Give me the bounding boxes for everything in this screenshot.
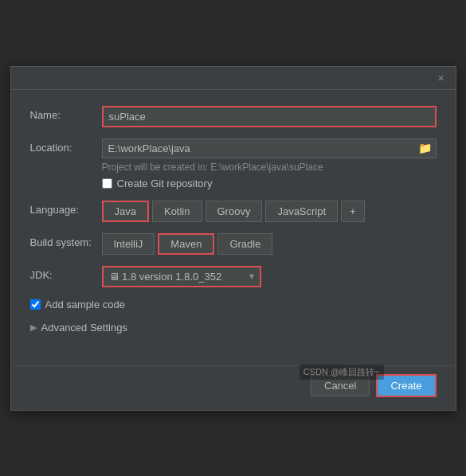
build-system-label: Build system: xyxy=(30,233,102,248)
location-field: 📁 Project will be created in: E:\workPla… xyxy=(102,139,437,189)
jdk-label: JDK: xyxy=(30,266,102,281)
create-button[interactable]: Create xyxy=(376,374,436,397)
location-label: Location: xyxy=(30,139,102,154)
dialog-footer: Cancel Create xyxy=(11,365,456,410)
create-git-checkbox[interactable] xyxy=(102,178,112,189)
advanced-settings-row[interactable]: ▶ Advanced Settings xyxy=(30,322,437,334)
new-project-dialog: × Name: Location: 📁 Project will be crea… xyxy=(10,66,456,411)
language-java-btn[interactable]: Java xyxy=(102,201,149,222)
build-gradle-btn[interactable]: Gradle xyxy=(217,233,272,255)
watermark: CSDN @峰回路转~ xyxy=(300,365,384,380)
jdk-dropdown-wrapper: 🖥 1.8 version 1.8.0_352 ▼ xyxy=(102,266,261,287)
build-intellij-btn[interactable]: IntelliJ xyxy=(102,233,155,255)
build-maven-btn[interactable]: Maven xyxy=(158,233,214,255)
title-bar: × xyxy=(11,67,456,90)
language-button-group: Java Kotlin Groovy JavaScript + xyxy=(102,201,437,222)
name-row: Name: xyxy=(30,106,437,127)
build-system-row: Build system: IntelliJ Maven Gradle xyxy=(30,233,437,255)
create-git-label: Create Git repository xyxy=(117,178,213,189)
location-input[interactable] xyxy=(102,139,437,158)
location-wrapper: 📁 xyxy=(102,139,437,158)
chevron-right-icon: ▶ xyxy=(30,322,37,333)
name-input[interactable] xyxy=(102,106,437,127)
location-hint: Project will be created in: E:\workPlace… xyxy=(102,162,437,173)
dialog-content: Name: Location: 📁 Project will be create… xyxy=(11,90,456,357)
language-groovy-btn[interactable]: Groovy xyxy=(206,201,263,222)
close-button[interactable]: × xyxy=(435,72,448,84)
location-row: Location: 📁 Project will be created in: … xyxy=(30,139,437,189)
build-system-field: IntelliJ Maven Gradle xyxy=(102,233,437,255)
build-system-button-group: IntelliJ Maven Gradle xyxy=(102,233,437,255)
create-git-row: Create Git repository xyxy=(102,178,437,189)
folder-icon[interactable]: 📁 xyxy=(418,142,432,154)
add-sample-label: Add sample code xyxy=(45,298,125,310)
language-more-btn[interactable]: + xyxy=(341,201,365,222)
language-javascript-btn[interactable]: JavaScript xyxy=(265,201,338,222)
language-kotlin-btn[interactable]: Kotlin xyxy=(152,201,202,222)
jdk-field: 🖥 1.8 version 1.8.0_352 ▼ xyxy=(102,266,437,287)
advanced-settings-label: Advanced Settings xyxy=(41,322,127,334)
name-field xyxy=(102,106,437,127)
name-label: Name: xyxy=(30,106,102,121)
jdk-select[interactable]: 🖥 1.8 version 1.8.0_352 xyxy=(102,266,261,287)
add-sample-checkbox[interactable] xyxy=(30,299,41,310)
language-row: Language: Java Kotlin Groovy JavaScript … xyxy=(30,201,437,222)
jdk-row: JDK: 🖥 1.8 version 1.8.0_352 ▼ xyxy=(30,266,437,287)
add-sample-row: Add sample code xyxy=(30,298,437,310)
language-field: Java Kotlin Groovy JavaScript + xyxy=(102,201,437,222)
language-label: Language: xyxy=(30,201,102,216)
